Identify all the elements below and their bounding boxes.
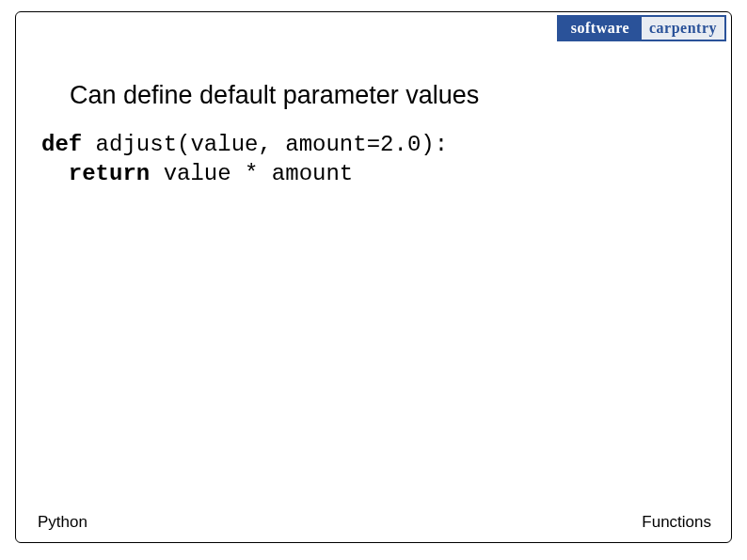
logo-right-text: carpentry bbox=[642, 17, 724, 40]
code-signature: adjust(value, amount=2.0): bbox=[82, 132, 448, 157]
footer-right: Functions bbox=[642, 513, 711, 532]
keyword-return: return bbox=[69, 161, 150, 186]
logo-badge: software carpentry bbox=[557, 15, 726, 41]
footer-left: Python bbox=[38, 513, 87, 532]
keyword-def: def bbox=[41, 132, 82, 157]
slide-heading: Can define default parameter values bbox=[70, 81, 479, 110]
code-expression: value * amount bbox=[150, 161, 353, 186]
code-indent bbox=[41, 161, 69, 186]
code-block: def adjust(value, amount=2.0): return va… bbox=[41, 130, 448, 188]
logo-left-text: software bbox=[559, 17, 642, 40]
